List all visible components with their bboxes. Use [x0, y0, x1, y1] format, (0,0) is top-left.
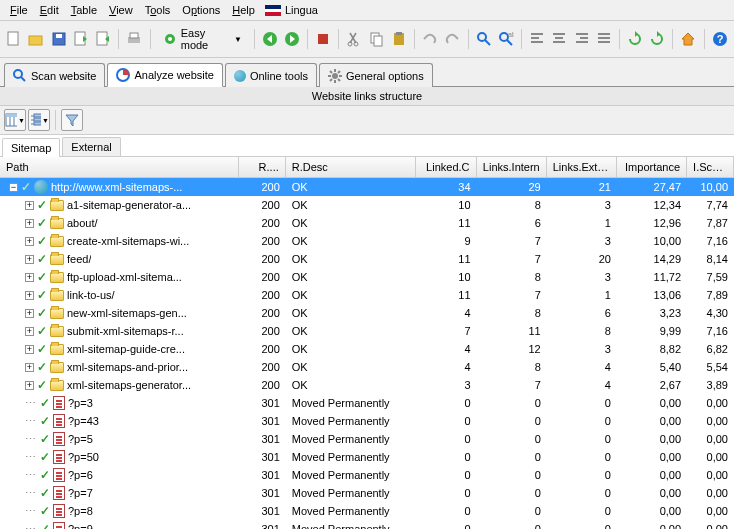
print-button[interactable] — [124, 28, 144, 50]
new-button[interactable] — [4, 28, 24, 50]
align3-button[interactable] — [571, 28, 591, 50]
table-row[interactable]: +✓xml-sitemaps-and-prior...200OK4845,405… — [0, 358, 734, 376]
collapse-icon[interactable]: − — [9, 183, 18, 192]
expand-icon[interactable]: + — [25, 327, 34, 336]
col-extern[interactable]: Links.Extern — [547, 157, 617, 177]
tree-leaf-icon: ⋯ — [25, 397, 37, 410]
expand-icon[interactable]: + — [25, 255, 34, 264]
table-row[interactable]: +✓about/200OK116112,967,87 — [0, 214, 734, 232]
menu-tools[interactable]: Tools — [139, 2, 177, 18]
refresh-all-button[interactable] — [647, 28, 667, 50]
home-button[interactable] — [678, 28, 698, 50]
table-row[interactable]: ⋯✓?p=6301Moved Permanently0000,000,00 — [0, 466, 734, 484]
align2-button[interactable] — [549, 28, 569, 50]
table-row[interactable]: +✓new-xml-sitemaps-gen...200OK4863,234,3… — [0, 304, 734, 322]
menu-edit[interactable]: Edit — [34, 2, 65, 18]
easy-mode-button[interactable]: Easy mode ▼ — [155, 24, 248, 54]
path-text: submit-xml-sitemaps-r... — [67, 325, 184, 337]
table-row[interactable]: +✓xml-sitemap-guide-cre...200OK41238,826… — [0, 340, 734, 358]
table-row[interactable]: ⋯✓?p=7301Moved Permanently0000,000,00 — [0, 484, 734, 502]
table-row[interactable]: +✓xml-sitemaps-generator...200OK3742,673… — [0, 376, 734, 394]
align4-button[interactable] — [594, 28, 614, 50]
table-row[interactable]: −✓http://www.xml-sitemaps-...200OK342921… — [0, 178, 734, 196]
col-intern[interactable]: Links.Intern — [477, 157, 547, 177]
table-row[interactable]: ⋯✓?p=50301Moved Permanently0000,000,00 — [0, 448, 734, 466]
subtab-sitemap[interactable]: Sitemap — [2, 138, 60, 157]
tab-scan-website[interactable]: Scan website — [4, 63, 105, 87]
path-text: xml-sitemaps-generator... — [67, 379, 191, 391]
import-button[interactable] — [71, 28, 91, 50]
table-row[interactable]: ⋯✓?p=9301Moved Permanently0000,000,00 — [0, 520, 734, 529]
table-row[interactable]: +✓link-to-us/200OK117113,067,89 — [0, 286, 734, 304]
expand-icon[interactable]: + — [25, 381, 34, 390]
expand-icon[interactable]: + — [25, 309, 34, 318]
col-rdesc[interactable]: R.Desc — [286, 157, 416, 177]
expand-icon[interactable]: + — [25, 363, 34, 372]
table-row[interactable]: +✓create-xml-sitemaps-wi...200OK97310,00… — [0, 232, 734, 250]
paste-button[interactable] — [389, 28, 409, 50]
menu-lingua[interactable]: Lingua — [265, 4, 318, 16]
expand-icon[interactable]: + — [25, 273, 34, 282]
expand-icon[interactable]: + — [25, 291, 34, 300]
replace-button[interactable]: ab — [496, 28, 516, 50]
view-toolbar: ▼ ▼ — [0, 106, 734, 135]
cell-rdesc: Moved Permanently — [286, 487, 416, 499]
open-button[interactable] — [26, 28, 46, 50]
forward-button[interactable] — [282, 28, 302, 50]
cell-rdesc: Moved Permanently — [286, 523, 416, 529]
cut-button[interactable] — [344, 28, 364, 50]
cell-imp: 11,72 — [617, 271, 687, 283]
menu-options[interactable]: Options — [176, 2, 226, 18]
cell-rdesc: OK — [286, 361, 416, 373]
tree-leaf-icon: ⋯ — [25, 505, 37, 518]
save-button[interactable] — [49, 28, 69, 50]
menu-help[interactable]: Help — [226, 2, 261, 18]
redo-button[interactable] — [442, 28, 462, 50]
svg-rect-3 — [56, 34, 62, 38]
col-path[interactable]: Path — [0, 157, 239, 177]
menu-table[interactable]: Table — [65, 2, 103, 18]
menu-bar: File Edit Table View Tools Options Help … — [0, 0, 734, 21]
table-row[interactable]: +✓submit-xml-sitemaps-r...200OK71189,997… — [0, 322, 734, 340]
copy-button[interactable] — [367, 28, 387, 50]
refresh-button[interactable] — [625, 28, 645, 50]
menu-view[interactable]: View — [103, 2, 139, 18]
table-row[interactable]: ⋯✓?p=3301Moved Permanently0000,000,00 — [0, 394, 734, 412]
col-linkedc[interactable]: Linked.C — [416, 157, 477, 177]
stop-button[interactable] — [313, 28, 333, 50]
table-row[interactable]: ⋯✓?p=5301Moved Permanently0000,000,00 — [0, 430, 734, 448]
table-row[interactable]: +✓a1-sitemap-generator-a...200OK108312,3… — [0, 196, 734, 214]
col-rcode[interactable]: R.... — [239, 157, 286, 177]
col-iscaled[interactable]: I.Scaled — [687, 157, 734, 177]
cell-le: 8 — [547, 325, 617, 337]
filter-button[interactable] — [61, 109, 83, 131]
expand-icon[interactable]: + — [25, 219, 34, 228]
tree-view-button[interactable]: ▼ — [28, 109, 50, 131]
sub-tabs: Sitemap External — [0, 135, 734, 157]
tab-general-options[interactable]: General options — [319, 63, 433, 87]
cell-isc: 0,00 — [687, 451, 734, 463]
help-button[interactable]: ? — [710, 28, 730, 50]
checkmark-icon: ✓ — [37, 324, 47, 338]
subtab-external[interactable]: External — [62, 137, 120, 156]
table-row[interactable]: ⋯✓?p=8301Moved Permanently0000,000,00 — [0, 502, 734, 520]
export-button[interactable] — [93, 28, 113, 50]
expand-icon[interactable]: + — [25, 237, 34, 246]
table-row[interactable]: +✓feed/200OK1172014,298,14 — [0, 250, 734, 268]
cell-rcode: 301 — [239, 487, 286, 499]
table-row[interactable]: +✓ftp-upload-xml-sitema...200OK108311,72… — [0, 268, 734, 286]
back-button[interactable] — [260, 28, 280, 50]
cell-isc: 0,00 — [687, 487, 734, 499]
align1-button[interactable] — [527, 28, 547, 50]
expand-icon[interactable]: + — [25, 201, 34, 210]
undo-button[interactable] — [420, 28, 440, 50]
col-importance[interactable]: Importance — [617, 157, 687, 177]
find-button[interactable] — [474, 28, 494, 50]
table-row[interactable]: ⋯✓?p=43301Moved Permanently0000,000,00 — [0, 412, 734, 430]
tab-online-tools[interactable]: Online tools — [225, 63, 317, 87]
columns-button[interactable]: ▼ — [4, 109, 26, 131]
expand-icon[interactable]: + — [25, 345, 34, 354]
tab-analyze-website[interactable]: Analyze website — [107, 63, 223, 87]
cell-imp: 5,40 — [617, 361, 687, 373]
menu-file[interactable]: File — [4, 2, 34, 18]
